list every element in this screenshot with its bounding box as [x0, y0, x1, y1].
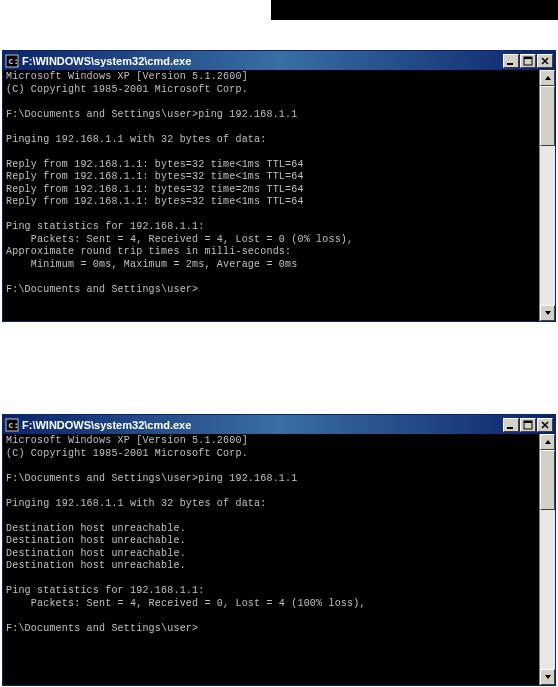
titlebar[interactable]: c: F:\WINDOWS\system32\cmd.exe: [3, 415, 555, 434]
maximize-button[interactable]: [520, 418, 536, 432]
close-button[interactable]: [537, 54, 553, 68]
svg-rect-4: [524, 57, 532, 59]
vertical-scrollbar[interactable]: [539, 434, 555, 685]
cmd-window-2: c: F:\WINDOWS\system32\cmd.exe Microsoft…: [2, 414, 556, 686]
scroll-track[interactable]: [540, 450, 555, 669]
window-title: F:\WINDOWS\system32\cmd.exe: [22, 419, 503, 431]
scroll-down-button[interactable]: [540, 669, 555, 685]
cmd-window-1: c: F:\WINDOWS\system32\cmd.exe Microsoft…: [2, 50, 556, 322]
titlebar[interactable]: c: F:\WINDOWS\system32\cmd.exe: [3, 51, 555, 70]
console-area: Microsoft Windows XP [Version 5.1.2600] …: [3, 434, 555, 685]
console-output[interactable]: Microsoft Windows XP [Version 5.1.2600] …: [3, 434, 539, 685]
scroll-up-button[interactable]: [540, 70, 555, 86]
window-controls: [503, 54, 553, 68]
console-area: Microsoft Windows XP [Version 5.1.2600] …: [3, 70, 555, 321]
cmd-app-icon: c:: [5, 418, 19, 432]
vertical-scrollbar[interactable]: [539, 70, 555, 321]
close-button[interactable]: [537, 418, 553, 432]
svg-text:c:: c:: [8, 56, 19, 66]
svg-rect-9: [524, 421, 532, 423]
scroll-thumb[interactable]: [540, 450, 555, 510]
cmd-app-icon: c:: [5, 54, 19, 68]
scroll-up-button[interactable]: [540, 434, 555, 450]
console-output[interactable]: Microsoft Windows XP [Version 5.1.2600] …: [3, 70, 539, 321]
maximize-button[interactable]: [520, 54, 536, 68]
svg-rect-2: [507, 63, 513, 65]
window-controls: [503, 418, 553, 432]
minimize-button[interactable]: [503, 418, 519, 432]
scroll-down-button[interactable]: [540, 305, 555, 321]
svg-text:c:: c:: [8, 420, 19, 430]
scroll-thumb[interactable]: [540, 86, 555, 146]
page-top-dark-region: [271, 0, 558, 20]
svg-rect-7: [507, 427, 513, 429]
scroll-track[interactable]: [540, 86, 555, 305]
window-title: F:\WINDOWS\system32\cmd.exe: [22, 55, 503, 67]
minimize-button[interactable]: [503, 54, 519, 68]
